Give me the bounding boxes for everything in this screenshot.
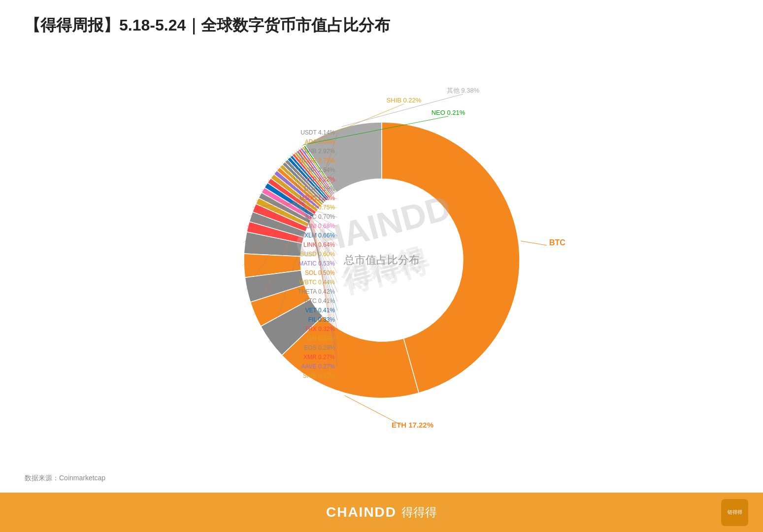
svg-text:VET 0.41%: VET 0.41% (305, 307, 335, 314)
content-area: 【得得周报】5.18-5.24｜全球数字货币市值占比分布 CHAINDD 得得得… (0, 0, 763, 493)
svg-text:ETC 0.41%: ETC 0.41% (304, 298, 335, 304)
footer-icon-text: 链得得 (728, 509, 742, 516)
donut-svg: CHAINDD 得得得 BTC 45.67%ETH 17.22%USDT 4.1… (197, 75, 566, 445)
svg-text:XRP 2.54%: XRP 2.54% (304, 166, 335, 173)
donut-chart-wrapper: CHAINDD 得得得 BTC 45.67%ETH 17.22%USDT 4.1… (197, 75, 566, 445)
svg-text:USDT 4.14%: USDT 4.14% (300, 129, 335, 136)
svg-text:DAI 0.29%: DAI 0.29% (306, 335, 335, 342)
page-title: 【得得周报】5.18-5.24｜全球数字货币市值占比分布 (25, 15, 738, 36)
svg-text:BNB 2.92%: BNB 2.92% (304, 148, 334, 155)
chart-section: CHAINDD 得得得 BTC 45.67%ETH 17.22%USDT 4.1… (25, 51, 738, 469)
svg-text:EOS 0.29%: EOS 0.29% (304, 344, 335, 351)
data-source: 数据来源：Coinmarketcap (25, 474, 738, 483)
main-container: 【得得周报】5.18-5.24｜全球数字货币市值占比分布 CHAINDD 得得得… (0, 0, 763, 532)
footer-icon: 链得得 (721, 499, 748, 526)
svg-text:BTC 45.67%: BTC 45.67% (549, 238, 566, 247)
svg-text:AAVE 0.27%: AAVE 0.27% (301, 363, 335, 370)
svg-text:WBTC 0.44%: WBTC 0.44% (299, 279, 335, 286)
svg-text:NEO 0.21%: NEO 0.21% (431, 109, 465, 116)
svg-line-3 (521, 241, 547, 245)
svg-text:SOL 0.50%: SOL 0.50% (305, 269, 335, 276)
svg-text:SHIB 0.22%: SHIB 0.22% (386, 97, 421, 104)
svg-text:XMR 0.27%: XMR 0.27% (303, 354, 334, 361)
svg-text:ETH 17.22%: ETH 17.22% (392, 421, 433, 429)
footer-brand: CHAINDD (326, 504, 397, 520)
svg-text:其他 9.38%: 其他 9.38% (446, 87, 479, 94)
svg-text:SHIB 0.22%: SHIB 0.22% (302, 372, 335, 379)
svg-text:THETA 0.42%: THETA 0.42% (298, 288, 334, 295)
svg-text:ICP 1.22%: ICP 1.22% (306, 176, 334, 183)
svg-line-5 (344, 396, 401, 425)
footer: CHAINDD 得得得 链得得 (0, 493, 763, 532)
footer-brand-sub: 得得得 (401, 504, 437, 520)
